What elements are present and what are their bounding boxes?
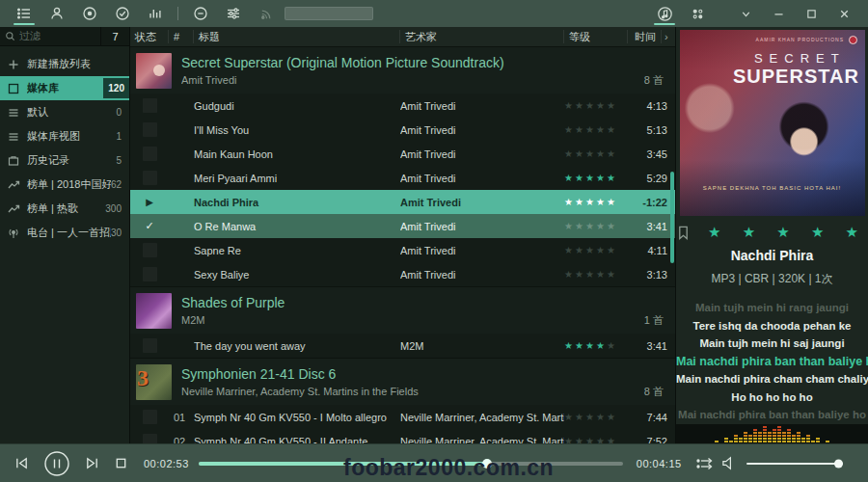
pause-button[interactable] (43, 450, 70, 477)
spectrum-segment (806, 435, 810, 437)
volume-slider[interactable] (746, 463, 843, 465)
column-status[interactable]: 状态 (130, 30, 169, 43)
music-circle-icon[interactable] (648, 0, 681, 27)
spectrum-bar (792, 434, 796, 444)
track-rating[interactable]: ★★★★★ (564, 148, 628, 159)
column-artist[interactable]: 艺术家 (400, 30, 564, 43)
minimize-icon[interactable] (762, 0, 795, 27)
track-row[interactable]: The day you went awayM2M★★★★★3:41 (130, 334, 675, 358)
track-rating[interactable]: ★★★★★ (564, 197, 628, 207)
spectrum-segment (797, 435, 800, 437)
track-row[interactable]: I'll Miss YouAmit Trivedi★★★★★5:13 (130, 118, 675, 142)
track-rating[interactable]: ★★★★★ (564, 124, 628, 135)
chevron-down-icon[interactable] (729, 0, 762, 27)
track-row[interactable]: Sapne ReAmit Trivedi★★★★★4:11 (130, 238, 675, 262)
user-icon[interactable] (41, 0, 73, 27)
column-more-chevron[interactable]: › (662, 30, 675, 43)
spectrum-segment (773, 441, 776, 442)
sidebar-item-4[interactable]: 历史记录5 (0, 148, 129, 173)
spectrum-segment (787, 432, 791, 434)
now-playing-rating[interactable]: ★ ★ ★ ★ ★ (699, 224, 867, 241)
apps-grid-icon[interactable] (681, 0, 714, 27)
spectrum-bar (763, 425, 767, 444)
volume-knob[interactable] (834, 459, 843, 468)
track-rating[interactable]: ★★★★★ (564, 436, 628, 443)
track-rating[interactable]: ★★★★★ (564, 412, 628, 422)
sidebar-item-1[interactable]: 媒体库120 (0, 76, 129, 100)
close-icon[interactable] (827, 0, 860, 27)
sidebar-item-5[interactable]: 榜单 | 2018中国好...62 (0, 173, 129, 197)
bookmark-icon[interactable] (677, 226, 690, 240)
spectrum-bar (777, 425, 781, 444)
next-button[interactable] (84, 456, 100, 470)
status-box (143, 98, 157, 113)
spectrum-segment (739, 438, 743, 440)
sidebar-item-2[interactable]: 默认0 (0, 100, 129, 124)
trend-icon (8, 203, 27, 215)
track-row[interactable]: Sexy BaliyeAmit Trivedi★★★★★3:13 (130, 262, 675, 286)
playlist-filter[interactable]: 过滤 7 (0, 27, 129, 46)
wireless-icon[interactable] (250, 0, 283, 27)
spectrum-segment (744, 432, 747, 434)
toolbar-search-input[interactable] (285, 7, 373, 20)
track-rating[interactable]: ★★★★★ (564, 173, 628, 183)
spectrum-segment (787, 435, 791, 437)
track-row[interactable]: 02Symph Nr 40 Gm KV550 - II AndanteNevil… (130, 429, 675, 443)
watermark-text: foobar2000.com.cn (343, 455, 554, 481)
previous-button[interactable] (14, 456, 30, 470)
track-title: O Re Manwa (194, 221, 400, 232)
spectrum-segment (792, 435, 796, 437)
track-row[interactable]: Meri Pyaari AmmiAmit Trivedi★★★★★5:29 (130, 166, 675, 190)
track-time: 7:52 (628, 436, 675, 444)
column-rating[interactable]: 等级 (564, 30, 628, 43)
stop-button[interactable] (114, 456, 128, 470)
status-box (143, 171, 157, 185)
sidebar-item-3[interactable]: 媒体库视图1 (0, 124, 129, 148)
track-rating[interactable]: ★★★★★ (564, 221, 628, 231)
sidebar-item-label: 新建播放列表 (27, 57, 122, 71)
column-time[interactable]: 时间 (628, 30, 662, 43)
spectrum-segment (724, 441, 728, 442)
playback-order-icon[interactable] (695, 456, 715, 471)
track-rating[interactable]: ★★★★★ (564, 245, 628, 255)
scrollbar-thumb[interactable] (670, 172, 674, 263)
album-group-header[interactable]: 3Symphonien 21-41 Disc 6Neville Marriner… (130, 358, 675, 405)
now-playing-panel: AAMIR KHAN PRODUCTIONS SECRET SUPERSTAR … (675, 27, 868, 443)
track-rating[interactable]: ★★★★★ (564, 100, 628, 111)
sidebar-item-7[interactable]: 电台 | 一人一首招牌...30 (0, 221, 129, 245)
track-row[interactable]: 01Symph Nr 40 Gm KV550 - I Molto allegro… (130, 405, 675, 429)
track-time: 4:11 (628, 245, 675, 256)
album-group-header[interactable]: Secret Superstar (Original Motion Pictur… (130, 46, 675, 94)
track-rating[interactable]: ★★★★★ (564, 340, 628, 351)
track-row[interactable]: Main Kaun HoonAmit Trivedi★★★★★3:45 (130, 142, 675, 166)
spectrum-segment (753, 438, 757, 440)
track-rating[interactable]: ★★★★★ (564, 269, 628, 280)
sidebar-item-new-playlist[interactable]: 新建播放列表 (0, 52, 129, 76)
spectrum-segment (787, 429, 791, 431)
stats-icon[interactable] (139, 0, 172, 27)
volume-icon[interactable] (720, 456, 737, 470)
equalizer-icon[interactable] (217, 0, 250, 27)
checkbox-icon (8, 83, 27, 94)
track-row[interactable]: ▶Nachdi PhiraAmit Trivedi★★★★★-1:22 (130, 190, 675, 214)
column-title[interactable]: 标题 (194, 30, 400, 43)
sidebar-item-6[interactable]: 榜单 | 热歌300 (0, 197, 129, 221)
spectrum-bar (744, 431, 747, 444)
album-group-header[interactable]: Shades of PurpleM2M1 首 (130, 286, 675, 334)
column-num[interactable]: # (169, 30, 194, 43)
album-title: Secret Superstar (Original Motion Pictur… (181, 55, 644, 70)
maximize-icon[interactable] (795, 0, 827, 27)
track-row[interactable]: ✓O Re ManwaAmit Trivedi★★★★★3:41 (130, 214, 675, 238)
spectrum-bar (816, 437, 820, 444)
track-number: 01 (169, 412, 194, 423)
circle-minus-icon[interactable] (184, 0, 217, 27)
check-circle-icon[interactable] (106, 0, 139, 27)
spectrum-segment (777, 441, 781, 442)
album-art-title-line1: SECRET (735, 51, 864, 66)
spectrum-segment (787, 438, 791, 440)
spectrum-segment (792, 438, 796, 440)
record-icon[interactable] (73, 0, 106, 27)
playlist-icon[interactable] (8, 0, 41, 27)
track-row[interactable]: GudgudiAmit Trivedi★★★★★4:13 (130, 94, 675, 118)
scrollbar[interactable] (670, 46, 674, 443)
